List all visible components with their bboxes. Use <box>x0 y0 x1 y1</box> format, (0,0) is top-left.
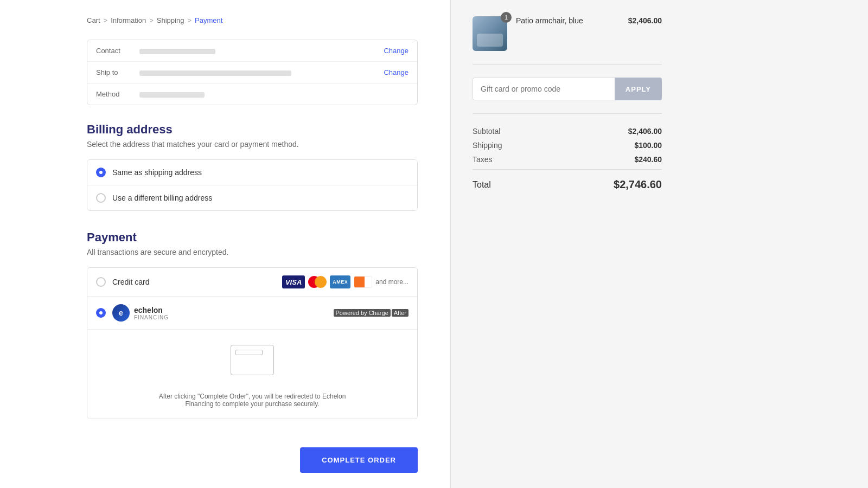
discover-icon <box>354 276 372 288</box>
product-name: Patio armchair, blue <box>516 16 620 25</box>
and-more-text: and more... <box>375 278 409 286</box>
billing-section: Billing address Select the address that … <box>87 123 418 211</box>
shipto-label: Ship to <box>96 68 139 76</box>
browser-mockup-wrap: → <box>231 345 274 384</box>
amex-icon: AMEX <box>330 275 350 288</box>
complete-order-wrap: COMPLETE ORDER <box>87 439 418 473</box>
shipping-value: $100.00 <box>634 141 662 150</box>
product-info: Patio armchair, blue <box>516 16 620 25</box>
card-icons: VISA AMEX and more... <box>282 275 409 288</box>
product-image-wrap: 1 <box>473 16 507 51</box>
method-label: Method <box>96 90 139 98</box>
shipping-label: Shipping <box>473 141 502 150</box>
payment-subtitle: All transactions are secure and encrypte… <box>87 248 418 256</box>
apply-promo-button[interactable]: APPLY <box>615 78 662 100</box>
shipto-change-link[interactable]: Change <box>384 68 409 76</box>
sep1: > <box>104 16 108 24</box>
product-quantity-badge: 1 <box>501 12 512 23</box>
credit-card-label: Credit card <box>112 278 149 286</box>
shipto-row: Ship to Change <box>87 62 417 84</box>
contact-row: Contact Change <box>87 40 417 62</box>
breadcrumb-information[interactable]: Information <box>111 16 146 24</box>
product-price: $2,406.00 <box>628 16 662 25</box>
product-image <box>473 16 507 51</box>
echelon-icon: e <box>112 304 130 322</box>
sep2: > <box>149 16 154 24</box>
order-totals: Subtotal $2,406.00 Shipping $100.00 Taxe… <box>473 127 662 191</box>
echelon-option[interactable]: e echelon FINANCING Powered by ChargeAft… <box>87 297 417 329</box>
breadcrumb-cart[interactable]: Cart <box>87 16 100 24</box>
grand-total-value: $2,746.60 <box>614 178 662 191</box>
billing-same-radio[interactable] <box>96 168 106 177</box>
product-image-inner <box>473 16 507 51</box>
payment-section: Payment All transactions are secure and … <box>87 230 418 419</box>
subtotal-value: $2,406.00 <box>628 127 662 136</box>
method-value <box>139 90 409 98</box>
browser-mockup <box>231 345 274 375</box>
billing-same-label: Same as shipping address <box>112 168 202 177</box>
grand-total-label: Total <box>473 180 491 190</box>
subtotal-label: Subtotal <box>473 127 500 136</box>
taxes-row: Taxes $240.60 <box>473 155 662 164</box>
billing-different-label: Use a different billing address <box>112 194 212 202</box>
contact-value <box>139 47 384 55</box>
payment-title: Payment <box>87 230 418 245</box>
echelon-redirect-text: After clicking "Complete Order", you wil… <box>144 393 361 408</box>
billing-title: Billing address <box>87 123 418 137</box>
credit-card-option[interactable]: Credit card VISA AMEX <box>87 268 417 297</box>
breadcrumb-payment: Payment <box>195 16 222 24</box>
browser-bar <box>235 350 263 355</box>
visa-icon: VISA <box>282 275 305 288</box>
promo-input[interactable] <box>473 78 615 100</box>
credit-card-radio[interactable] <box>96 277 106 287</box>
sep3: > <box>187 16 192 24</box>
product-row: 1 Patio armchair, blue $2,406.00 <box>473 16 662 65</box>
taxes-value: $240.60 <box>634 155 662 164</box>
powered-by: Powered by ChargeAfter <box>333 310 409 316</box>
echelon-name: echelon <box>134 306 169 314</box>
taxes-label: Taxes <box>473 155 493 164</box>
billing-options: Same as shipping address Use a different… <box>87 159 418 211</box>
contact-label: Contact <box>96 47 139 55</box>
checkout-info-box: Contact Change Ship to Change Method <box>87 40 418 105</box>
echelon-logo: e echelon FINANCING <box>112 304 169 322</box>
billing-different-option[interactable]: Use a different billing address <box>87 185 417 210</box>
complete-order-button[interactable]: COMPLETE ORDER <box>300 447 418 473</box>
mastercard-icon <box>308 276 327 288</box>
order-summary-sidebar: 1 Patio armchair, blue $2,406.00 APPLY S… <box>450 0 684 488</box>
billing-subtitle: Select the address that matches your car… <box>87 140 418 149</box>
grand-total-row: Total $2,746.60 <box>473 169 662 191</box>
contact-change-link[interactable]: Change <box>384 47 409 55</box>
billing-same-option[interactable]: Same as shipping address <box>87 160 417 185</box>
echelon-sub: FINANCING <box>134 314 169 320</box>
breadcrumb: Cart > Information > Shipping > Payment <box>87 16 418 24</box>
subtotal-row: Subtotal $2,406.00 <box>473 127 662 136</box>
promo-row: APPLY <box>473 78 662 114</box>
echelon-radio[interactable] <box>96 308 106 318</box>
shipto-value <box>139 68 384 76</box>
billing-different-radio[interactable] <box>96 193 106 203</box>
method-row: Method <box>87 84 417 105</box>
echelon-panel: → After clicking "Complete Order", you w… <box>87 329 417 419</box>
echelon-text-block: echelon FINANCING <box>134 306 169 320</box>
shipping-row: Shipping $100.00 <box>473 141 662 150</box>
payment-options: Credit card VISA AMEX <box>87 267 418 419</box>
breadcrumb-shipping[interactable]: Shipping <box>157 16 184 24</box>
